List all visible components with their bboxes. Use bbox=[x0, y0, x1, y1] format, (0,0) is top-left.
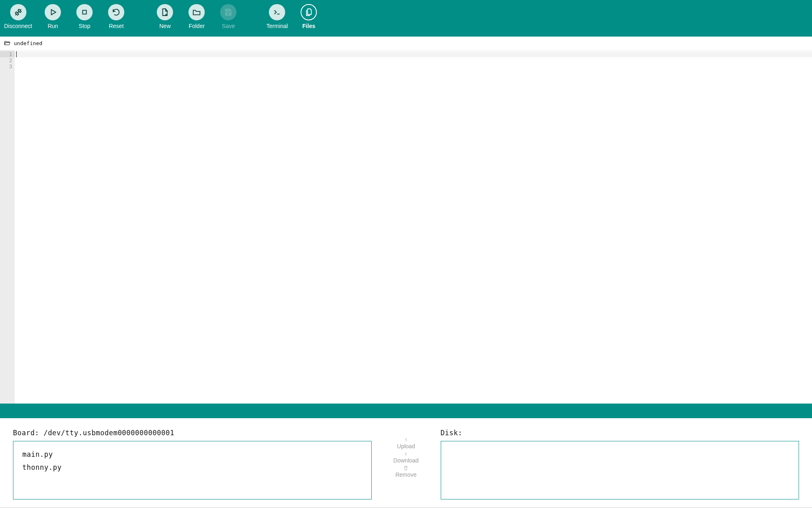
toolbar-group-file: New Folder Save bbox=[154, 4, 239, 29]
file-tab[interactable]: undefined bbox=[0, 37, 812, 50]
new-file-icon bbox=[157, 4, 173, 20]
code-editor[interactable]: 1 2 3 bbox=[0, 50, 812, 404]
line-gutter: 1 2 3 bbox=[0, 50, 15, 404]
play-icon bbox=[45, 4, 61, 20]
folder-icon bbox=[188, 4, 205, 20]
line-number: 2 bbox=[2, 57, 12, 63]
reset-icon bbox=[108, 4, 124, 20]
files-button[interactable]: Files bbox=[298, 4, 320, 29]
panel-divider[interactable] bbox=[0, 404, 812, 418]
stop-icon bbox=[76, 4, 93, 20]
run-button[interactable]: Run bbox=[42, 4, 64, 29]
folder-button[interactable]: Folder bbox=[186, 4, 208, 29]
board-column: Board: /dev/tty.usbmodem0000000000001 ma… bbox=[13, 429, 372, 499]
board-file-item[interactable]: main.py bbox=[22, 448, 362, 461]
board-file-item[interactable]: thonny.py bbox=[22, 461, 362, 474]
svg-rect-0 bbox=[83, 10, 87, 14]
line-number: 3 bbox=[2, 63, 12, 69]
plug-icon bbox=[10, 4, 26, 20]
files-icon bbox=[301, 4, 317, 20]
code-area[interactable] bbox=[15, 50, 812, 404]
reset-button[interactable]: Reset bbox=[105, 4, 127, 29]
line-number: 1 bbox=[0, 51, 15, 57]
download-button[interactable]: Download bbox=[393, 452, 418, 464]
disconnect-button[interactable]: Disconnect bbox=[4, 4, 32, 29]
disk-column: Disk: bbox=[441, 429, 799, 499]
board-title: Board: /dev/tty.usbmodem0000000000001 bbox=[13, 429, 372, 437]
toolbar-group-connection: Disconnect Run Stop Reset bbox=[4, 4, 127, 29]
disk-file-list[interactable] bbox=[441, 441, 799, 499]
terminal-button[interactable]: Terminal bbox=[266, 4, 288, 29]
current-line-highlight bbox=[15, 51, 812, 57]
save-icon bbox=[220, 4, 236, 20]
folder-open-icon bbox=[4, 40, 11, 47]
toolbar: Disconnect Run Stop Reset New bbox=[0, 0, 812, 37]
text-cursor bbox=[16, 51, 17, 57]
transfer-controls: Upload Download Remove bbox=[372, 429, 441, 499]
board-file-list[interactable]: main.py thonny.py bbox=[13, 441, 372, 499]
save-button: Save bbox=[217, 4, 239, 29]
terminal-icon bbox=[269, 4, 285, 20]
toolbar-group-view: Terminal Files bbox=[266, 4, 320, 29]
remove-button[interactable]: Remove bbox=[395, 466, 416, 478]
file-tab-name: undefined bbox=[14, 40, 42, 46]
upload-button[interactable]: Upload bbox=[397, 438, 415, 449]
disk-title: Disk: bbox=[441, 429, 799, 437]
new-button[interactable]: New bbox=[154, 4, 176, 29]
stop-button[interactable]: Stop bbox=[74, 4, 95, 29]
files-panel: Board: /dev/tty.usbmodem0000000000001 ma… bbox=[0, 418, 812, 508]
